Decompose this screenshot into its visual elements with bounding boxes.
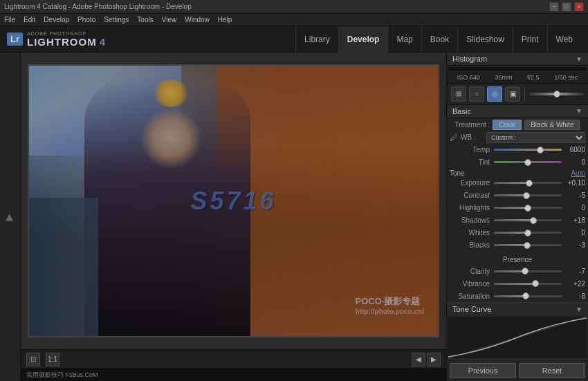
lr-badge: Lr bbox=[7, 32, 23, 46]
whites-slider[interactable] bbox=[494, 232, 562, 234]
histogram-collapse-arrow[interactable]: ▼ bbox=[576, 55, 582, 63]
menu-view[interactable]: View bbox=[162, 16, 177, 24]
blacks-slider[interactable] bbox=[494, 244, 562, 246]
menu-photo[interactable]: Photo bbox=[77, 16, 95, 24]
temp-value: 6000 bbox=[563, 146, 585, 154]
title-text: Lightroom 4 Catalog - Adobe Photoshop Li… bbox=[4, 3, 192, 10]
histogram-header[interactable]: Histogram ▼ bbox=[447, 53, 588, 66]
nav-print[interactable]: Print bbox=[513, 26, 547, 53]
tint-thumb[interactable] bbox=[524, 159, 531, 166]
basic-section-header[interactable]: Basic ▼ bbox=[447, 105, 588, 118]
basic-collapse-arrow[interactable]: ▼ bbox=[576, 107, 582, 115]
tool-strip: ⊞ ○ ◎ ▣ bbox=[447, 84, 588, 105]
crop-tool[interactable]: ⊞ bbox=[451, 86, 466, 102]
previous-button[interactable]: Previous bbox=[450, 363, 516, 378]
minimize-button[interactable]: − bbox=[549, 2, 559, 12]
contrast-slider-row: Contrast -5 bbox=[447, 189, 588, 202]
temp-thumb[interactable] bbox=[537, 147, 544, 154]
clarity-thumb[interactable] bbox=[522, 268, 529, 275]
zoom-1to1-button[interactable]: 1:1 bbox=[46, 353, 59, 366]
bottom-text: 实用摄影技巧 FsBus.CoM bbox=[26, 371, 98, 380]
menu-settings[interactable]: Settings bbox=[104, 16, 129, 24]
saturation-slider[interactable] bbox=[494, 295, 562, 297]
clarity-slider-row: Clarity -7 bbox=[447, 265, 588, 277]
lr-version: 4 bbox=[100, 36, 105, 48]
nav-library[interactable]: Library bbox=[295, 26, 338, 53]
left-panel-icon: ◀ bbox=[5, 213, 16, 221]
shadows-label: Shadows bbox=[450, 216, 493, 224]
nav-controls: ◀ ▶ bbox=[412, 353, 441, 366]
eyedropper-icon[interactable]: 🖊 bbox=[450, 133, 458, 142]
next-photo-button[interactable]: ▶ bbox=[427, 353, 441, 366]
iso-info: ISO 640 bbox=[457, 74, 480, 81]
reset-button[interactable]: Reset bbox=[519, 363, 585, 378]
wb-row: 🖊 WB : Custom : As Shot Daylight Cloudy bbox=[447, 131, 588, 144]
vibrance-slider-row: Vibrance +22 bbox=[447, 277, 588, 290]
tint-slider-row: Tint 0 bbox=[447, 156, 588, 169]
shadows-slider[interactable] bbox=[494, 219, 562, 221]
maximize-button[interactable]: □ bbox=[562, 2, 571, 12]
saturation-label: Saturation bbox=[450, 292, 493, 300]
window-controls[interactable]: − □ × bbox=[549, 2, 584, 12]
exposure-thumb[interactable] bbox=[553, 91, 560, 97]
tone-curve-arrow[interactable]: ▼ bbox=[576, 306, 582, 313]
highlights-slider-row: Highlights 0 bbox=[447, 202, 588, 214]
prev-photo-button[interactable]: ◀ bbox=[412, 353, 425, 366]
close-button[interactable]: × bbox=[574, 2, 584, 12]
bw-treatment-button[interactable]: Black & White bbox=[524, 120, 580, 130]
contrast-thumb[interactable] bbox=[523, 192, 530, 199]
exposure-thumb[interactable] bbox=[526, 180, 533, 187]
heal-tool[interactable]: ○ bbox=[469, 86, 484, 102]
photo-bottom-bar: ⊡ 1:1 ◀ ▶ bbox=[21, 349, 446, 369]
histogram-area bbox=[448, 67, 587, 71]
vibrance-slider[interactable] bbox=[494, 283, 562, 285]
contrast-slider[interactable] bbox=[494, 194, 562, 196]
clarity-slider[interactable] bbox=[494, 270, 562, 272]
tone-curve-label: Tone Curve bbox=[452, 305, 491, 313]
menu-help[interactable]: Help bbox=[218, 16, 232, 24]
menu-develop[interactable]: Develop bbox=[44, 16, 69, 24]
whites-thumb[interactable] bbox=[524, 230, 531, 236]
highlights-slider[interactable] bbox=[494, 207, 562, 209]
nav-map[interactable]: Map bbox=[387, 26, 421, 53]
center-area: S5716 POCO·摄影专题 http://photo.poco.cn/ ⊡ … bbox=[21, 53, 446, 381]
saturation-thumb[interactable] bbox=[522, 292, 529, 299]
highlights-thumb[interactable] bbox=[524, 205, 531, 212]
adobe-text: ADOBE PHOTOSHOP bbox=[27, 31, 105, 36]
menu-edit[interactable]: Edit bbox=[24, 16, 35, 24]
redeye-tool[interactable]: ◎ bbox=[487, 86, 502, 102]
aperture-info: f/2.5 bbox=[527, 74, 540, 81]
tint-slider[interactable] bbox=[494, 161, 562, 163]
nav-slideshow[interactable]: Slideshow bbox=[457, 26, 513, 53]
vibrance-thumb[interactable] bbox=[532, 280, 539, 287]
logo-area: Lr ADOBE PHOTOSHOP LIGHTROOM 4 bbox=[0, 31, 138, 48]
auto-button[interactable]: Auto bbox=[571, 169, 585, 177]
tint-label: Tint bbox=[450, 158, 493, 166]
shadows-value: +18 bbox=[563, 216, 585, 224]
nav-web[interactable]: Web bbox=[547, 26, 581, 53]
histogram-label: Histogram bbox=[452, 55, 487, 63]
zoom-fit-button[interactable]: ⊡ bbox=[26, 353, 40, 366]
menu-window[interactable]: Window bbox=[185, 16, 210, 24]
color-treatment-button[interactable]: Color bbox=[493, 120, 522, 130]
gradient-tool[interactable]: ▣ bbox=[505, 86, 520, 102]
nav-book[interactable]: Book bbox=[421, 26, 457, 53]
exposure-strip[interactable] bbox=[529, 93, 584, 95]
main-content: ◀ S5 bbox=[0, 53, 588, 381]
saturation-slider-row: Saturation -8 bbox=[447, 290, 588, 302]
tone-curve-header[interactable]: Tone Curve ▼ bbox=[447, 302, 588, 315]
exposure-slider[interactable] bbox=[494, 182, 562, 184]
tone-label: Tone bbox=[450, 169, 465, 177]
menu-tools[interactable]: Tools bbox=[137, 16, 153, 24]
blacks-label: Blacks bbox=[450, 241, 493, 249]
shadows-thumb[interactable] bbox=[530, 217, 537, 224]
wb-select[interactable]: Custom : As Shot Daylight Cloudy bbox=[486, 132, 585, 143]
photo-background: S5716 POCO·摄影专题 http://photo.poco.cn/ bbox=[29, 66, 438, 336]
camera-info: ISO 640 35mm f/2.5 1/50 sec bbox=[447, 72, 588, 84]
temp-slider[interactable] bbox=[494, 149, 562, 151]
blacks-thumb[interactable] bbox=[524, 242, 531, 249]
nav-develop[interactable]: Develop bbox=[338, 26, 388, 53]
vibrance-value: +22 bbox=[563, 280, 585, 288]
menu-file[interactable]: File bbox=[4, 16, 15, 24]
top-bar: Lr ADOBE PHOTOSHOP LIGHTROOM 4 Library D… bbox=[0, 26, 588, 53]
